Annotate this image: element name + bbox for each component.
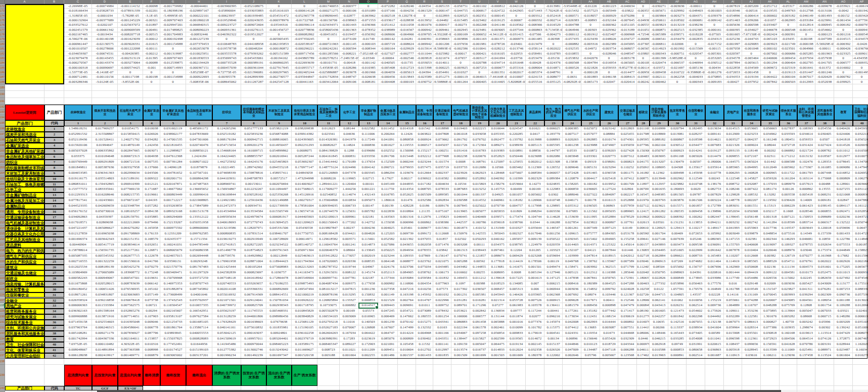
cell[interactable]: 0.081579 <box>563 303 581 309</box>
cell[interactable]: 0.13555 <box>815 187 834 192</box>
cell[interactable]: 0.091168 <box>668 154 687 160</box>
cell[interactable]: 0.039686 <box>359 149 378 154</box>
cell[interactable]: 0.028871004 <box>241 259 266 265</box>
cell[interactable]: -0.067017 <box>797 75 815 79</box>
cell[interactable] <box>292 84 317 91</box>
cell[interactable]: -5.7828E-05 <box>118 14 143 18</box>
cell[interactable] <box>563 359 581 365</box>
cell[interactable]: 0.052475 <box>815 270 834 276</box>
cell[interactable]: -9.72775E-05 <box>212 70 241 75</box>
cell[interactable]: 0.002419917 <box>92 353 118 359</box>
cell[interactable]: -0.000297965 <box>266 70 292 75</box>
cell[interactable]: 0.173608499 <box>160 292 186 298</box>
cell[interactable] <box>705 365 724 386</box>
cell[interactable]: 0.057475 <box>416 165 433 171</box>
cell[interactable]: -0.000945 <box>815 23 834 27</box>
cell[interactable]: -0.022858 <box>724 66 742 70</box>
cell[interactable]: -0.035125 <box>544 80 563 84</box>
row-sector-label[interactable]: 通信设备、计算机及其他电子设备制造业 <box>5 226 44 231</box>
cell[interactable]: 0.009024 <box>742 143 761 149</box>
cell[interactable]: -0.021697 <box>668 66 687 70</box>
cell[interactable]: 0.004161845 <box>317 154 340 160</box>
cell[interactable]: 0.000879 <box>143 353 160 359</box>
cell[interactable]: 0.156934867 <box>212 187 241 192</box>
cell[interactable]: 0.137458 <box>797 353 815 359</box>
cell[interactable]: 0.086413 <box>742 320 761 325</box>
footer-production-induction-coef[interactable]: 生产 诱发系数 <box>292 365 317 386</box>
column-header-w[interactable]: W <box>507 0 526 4</box>
cell[interactable]: -0.052038 <box>815 80 834 84</box>
cell[interactable]: 0.003069 <box>340 314 359 320</box>
cell[interactable]: 0.105992 <box>705 231 724 237</box>
cell[interactable]: -0.028286 <box>340 66 359 70</box>
cell[interactable]: 0.043655 <box>398 242 416 248</box>
row-header-208[interactable]: 208 <box>0 192 5 198</box>
cell[interactable]: 0 <box>637 56 650 61</box>
row-header-212[interactable]: 212 <box>0 215 5 220</box>
cell[interactable]: -0.006541 <box>650 37 668 41</box>
cell[interactable]: -0.000391 <box>780 32 797 37</box>
cell[interactable]: 0.008048667 <box>64 348 92 353</box>
cell[interactable] <box>378 359 398 365</box>
cell[interactable]: 0.035905 <box>526 292 544 298</box>
row-header-203[interactable]: 203 <box>0 165 5 171</box>
cell[interactable]: 0.019704 <box>637 198 650 204</box>
cell[interactable]: -0.000568 <box>563 61 581 65</box>
cell[interactable]: 0.066882 <box>780 149 797 154</box>
cell[interactable]: 1.444256 <box>340 187 359 192</box>
cell[interactable]: -0.010511 <box>637 28 650 32</box>
cell[interactable]: -0.04482 <box>433 18 451 23</box>
cell[interactable]: -0.020538167 <box>292 42 317 46</box>
col-code[interactable]: 31 <box>687 120 705 126</box>
cell[interactable]: -0.00353 <box>637 9 650 13</box>
cell[interactable]: -0.00017 <box>451 52 470 56</box>
cell[interactable]: 0.163198 <box>398 292 416 298</box>
cell[interactable]: -0.004371 <box>687 14 705 18</box>
cell[interactable]: -0.013843 <box>398 75 416 79</box>
cell[interactable]: -0.052418 <box>544 14 563 18</box>
cell[interactable]: 0.021068 <box>834 192 853 198</box>
cell[interactable]: -0.001860218 <box>186 18 212 23</box>
cell[interactable]: 0.094555218 <box>266 165 292 171</box>
cell[interactable]: 0.127524 <box>600 187 618 192</box>
col-code[interactable]: 4 <box>143 120 160 126</box>
row-header-199[interactable]: 199 <box>0 143 5 149</box>
cell[interactable]: -0.010007 <box>507 75 526 79</box>
cell[interactable]: 0.161807 <box>637 171 650 176</box>
cell[interactable]: 0.005509 <box>416 192 433 198</box>
cell[interactable]: 0.020528015 <box>92 281 118 287</box>
cell[interactable]: 0.017750755 <box>292 231 317 237</box>
cell[interactable]: -0.180398196 <box>160 9 186 13</box>
cell[interactable]: -0.000457039 <box>212 66 241 70</box>
cell[interactable]: 0.052625 <box>398 192 416 198</box>
cell[interactable]: 0.044835 <box>398 182 416 187</box>
cell[interactable]: 0.016444 <box>600 320 618 325</box>
cell[interactable]: 0.046739972 <box>212 303 241 309</box>
cell[interactable]: 0.005313 <box>507 287 526 292</box>
cell[interactable] <box>687 84 705 91</box>
cell[interactable]: 0.114919 <box>724 259 742 265</box>
cell[interactable]: 0.010174 <box>600 137 618 143</box>
cell[interactable]: 0.021075 <box>433 259 451 265</box>
cell[interactable]: 0.032854 <box>853 209 868 215</box>
cell[interactable]: 0.09641 <box>637 237 650 242</box>
cell[interactable]: 0.085140727 <box>292 242 317 248</box>
cell[interactable] <box>650 98 668 105</box>
cell[interactable] <box>705 98 724 105</box>
cell[interactable]: -0.018502 <box>668 18 687 23</box>
cell[interactable]: -0.023079478 <box>64 56 92 61</box>
cell[interactable]: 0.010173 <box>797 270 815 276</box>
cell[interactable] <box>834 359 853 365</box>
cell[interactable] <box>378 91 398 97</box>
cell[interactable] <box>266 91 292 97</box>
cell[interactable]: -0.002424 <box>637 80 650 84</box>
cell[interactable]: 0.06896 <box>563 336 581 342</box>
col-sector-header[interactable]: 信息传输、计算机服务和软件业 <box>650 105 668 120</box>
cell[interactable]: -0.020597 <box>724 52 742 56</box>
cell[interactable]: 0.006229 <box>780 204 797 209</box>
column-header-y[interactable]: Y <box>544 0 563 4</box>
cell[interactable]: 0.000949067 <box>92 276 118 281</box>
cell[interactable] <box>118 84 143 91</box>
cell[interactable]: -0.009567 <box>637 70 650 75</box>
cell[interactable]: 0.074682 <box>687 259 705 265</box>
